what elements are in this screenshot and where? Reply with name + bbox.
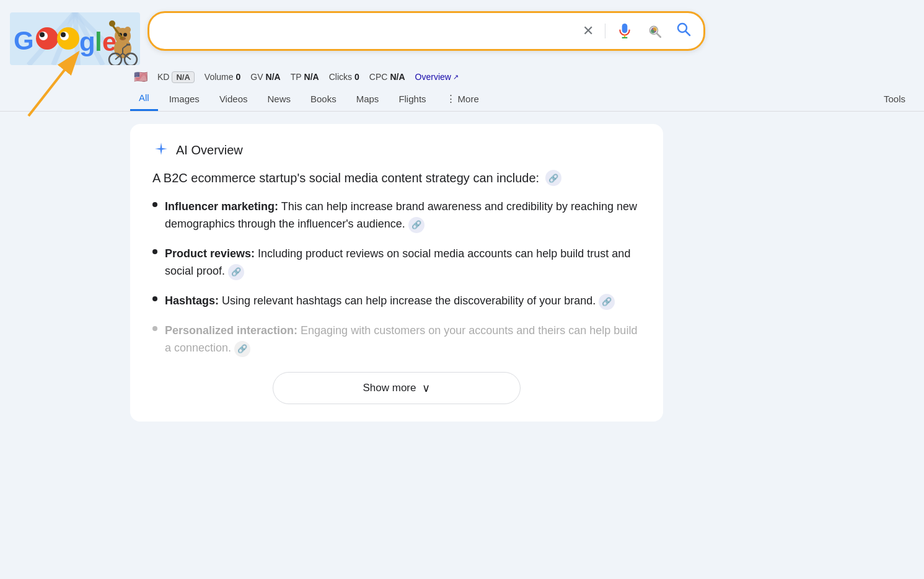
kd-metric: KD N/A: [157, 71, 195, 83]
chevron-down-icon: ∨: [422, 381, 430, 395]
bullet-item-influencer: Influencer marketing: This can help incr…: [152, 198, 641, 233]
tab-news[interactable]: News: [258, 87, 299, 110]
tp-label: TP: [291, 72, 302, 82]
tools-button[interactable]: Tools: [875, 87, 914, 110]
ai-star-icon: [152, 141, 170, 159]
search-input[interactable]: what is the best social media content st…: [159, 24, 574, 38]
bullet-text-reviews: Product reviews: Including product revie…: [165, 245, 641, 280]
dots-icon: ⋮: [446, 93, 455, 104]
svg-point-9: [36, 27, 58, 50]
gv-label: GV: [250, 72, 263, 82]
ai-bullet-list: Influencer marketing: This can help incr…: [152, 198, 641, 357]
link-chip-personalized[interactable]: 🔗: [234, 341, 250, 357]
divider: [605, 24, 605, 38]
svg-text:g: g: [79, 27, 95, 56]
svg-point-23: [123, 33, 127, 37]
bullet-item-personalized: Personalized interaction: Engaging with …: [152, 322, 641, 357]
show-more-button[interactable]: Show more ∨: [273, 372, 521, 404]
bullet-text-hashtags: Hashtags: Using relevant hashtags can he…: [165, 293, 641, 310]
kd-value: N/A: [172, 71, 194, 83]
heading-link-chip[interactable]: 🔗: [545, 170, 561, 186]
bullet-item-reviews: Product reviews: Including product revie…: [152, 245, 641, 280]
ai-overview-title: AI Overview: [176, 143, 243, 157]
svg-point-12: [57, 27, 79, 50]
bullet-bold-hashtags: Hashtags:: [165, 294, 219, 307]
content-wrapper: AI Overview A B2C ecommerce startup's so…: [0, 112, 924, 422]
link-chip-hashtags[interactable]: 🔗: [599, 294, 615, 310]
svg-point-14: [61, 32, 66, 37]
tab-flights[interactable]: Flights: [390, 87, 434, 110]
bullet-dot: [152, 296, 157, 301]
volume-metric: Volume 0: [205, 72, 241, 82]
ai-overview-section: AI Overview A B2C ecommerce startup's so…: [130, 124, 663, 422]
clear-button[interactable]: ✕: [580, 20, 596, 42]
tab-images[interactable]: Images: [161, 87, 208, 110]
svg-text:G: G: [14, 26, 34, 55]
ai-main-heading-text: A B2C ecommerce startup's social media c…: [152, 171, 539, 185]
header: G g l e: [0, 0, 924, 65]
tab-books[interactable]: Books: [302, 87, 345, 110]
google-doodle: G g l e: [10, 12, 140, 65]
search-icons: ✕: [580, 19, 693, 43]
tab-videos[interactable]: Videos: [211, 87, 257, 110]
svg-text:e: e: [102, 27, 117, 56]
bullet-item-hashtags: Hashtags: Using relevant hashtags can he…: [152, 293, 641, 310]
gv-value: N/A: [266, 72, 281, 82]
bullet-dot: [152, 249, 157, 254]
svg-point-21: [125, 27, 131, 33]
search-bar: what is the best social media content st…: [147, 11, 705, 51]
lens-icon: [646, 23, 662, 39]
kd-label: KD: [157, 72, 169, 82]
bullet-text-influencer: Influencer marketing: This can help incr…: [165, 198, 641, 233]
bullet-bold-reviews: Product reviews:: [165, 247, 255, 260]
tab-more[interactable]: ⋮ More: [438, 87, 488, 110]
svg-text:l: l: [95, 27, 102, 56]
bullet-dot: [152, 326, 157, 331]
svg-point-11: [40, 32, 45, 37]
tab-all[interactable]: All: [130, 86, 158, 111]
bullet-bold-influencer: Influencer marketing:: [165, 200, 278, 213]
show-more-label: Show more: [363, 382, 416, 394]
voice-search-button[interactable]: [614, 20, 635, 42]
clicks-label: Clicks: [329, 72, 352, 82]
overview-label: Overview: [415, 72, 451, 82]
svg-point-42: [678, 24, 687, 32]
microphone-icon: [617, 23, 633, 39]
external-link-icon: ↗: [453, 73, 459, 81]
svg-point-33: [109, 20, 115, 27]
svg-line-41: [657, 33, 660, 37]
cpc-metric: CPC N/A: [369, 72, 405, 82]
svg-line-43: [686, 32, 690, 35]
lens-search-button[interactable]: [644, 20, 665, 42]
seo-metrics-bar: 🇺🇸 KD N/A Volume 0 GV N/A TP N/A Clicks …: [0, 65, 924, 84]
clicks-metric: Clicks 0: [329, 72, 359, 82]
clicks-value: 0: [354, 72, 359, 82]
close-icon: ✕: [583, 23, 594, 39]
volume-label: Volume: [205, 72, 234, 82]
overview-link[interactable]: Overview ↗: [415, 72, 459, 82]
search-icon: [676, 22, 691, 40]
bullet-bold-personalized: Personalized interaction:: [165, 324, 297, 337]
tp-metric: TP N/A: [291, 72, 319, 82]
tp-value: N/A: [304, 72, 319, 82]
link-chip-influencer[interactable]: 🔗: [408, 217, 425, 233]
cpc-value: N/A: [390, 72, 405, 82]
country-flag: 🇺🇸: [134, 70, 147, 84]
show-more-wrapper: Show more ∨: [152, 372, 641, 404]
bullet-text-personalized: Personalized interaction: Engaging with …: [165, 322, 641, 357]
gv-metric: GV N/A: [250, 72, 280, 82]
tab-maps[interactable]: Maps: [348, 87, 388, 110]
logo-area: G g l e: [10, 7, 140, 65]
volume-value: 0: [236, 72, 241, 82]
search-button[interactable]: [674, 19, 693, 43]
cpc-label: CPC: [369, 72, 388, 82]
ai-main-heading: A B2C ecommerce startup's social media c…: [152, 170, 641, 186]
search-area: what is the best social media content st…: [147, 7, 705, 51]
link-chip-reviews[interactable]: 🔗: [228, 264, 244, 280]
bullet-dot: [152, 202, 157, 207]
ai-overview-header: AI Overview: [152, 141, 641, 159]
tabs-bar: All Images Videos News Books Maps Flight…: [0, 84, 924, 112]
